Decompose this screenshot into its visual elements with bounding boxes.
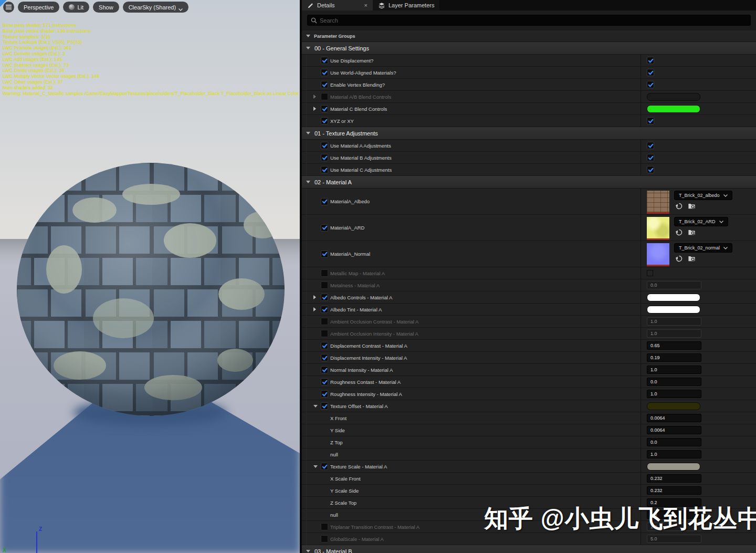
- tab-close-icon[interactable]: ×: [364, 3, 368, 8]
- value-field[interactable]: 0.0064: [647, 426, 701, 434]
- expander-arrow[interactable]: [313, 405, 318, 408]
- value-field[interactable]: 0.0064: [647, 414, 701, 422]
- color-swatch[interactable]: [647, 402, 700, 410]
- browse-to-asset-button[interactable]: [688, 228, 696, 236]
- row-checkbox[interactable]: [321, 154, 328, 161]
- row-checkbox[interactable]: [647, 142, 654, 149]
- viewport-button-clearsky-shared-[interactable]: ClearSky (Shared): [123, 2, 188, 13]
- row-checkbox[interactable]: [321, 523, 328, 530]
- row-checkbox[interactable]: [321, 269, 328, 277]
- use-selected-asset-icon[interactable]: [675, 228, 683, 236]
- value-field[interactable]: 0.19: [647, 353, 701, 362]
- viewport-button-perspective[interactable]: Perspective: [18, 2, 59, 13]
- row-checkbox[interactable]: [321, 318, 328, 325]
- param-row: X Front0.0064: [302, 412, 756, 424]
- row-checkbox[interactable]: [647, 117, 654, 124]
- row-checkbox[interactable]: [321, 366, 328, 373]
- row-checkbox[interactable]: [647, 69, 654, 76]
- param-row-value: 0.232: [640, 485, 756, 496]
- value-field[interactable]: 5.0: [647, 535, 701, 543]
- search-box[interactable]: [307, 15, 751, 26]
- row-checkbox[interactable]: [321, 390, 328, 398]
- texture-thumbnail[interactable]: [647, 243, 669, 266]
- row-checkbox[interactable]: [321, 402, 328, 410]
- value-field[interactable]: 1.0: [647, 329, 701, 338]
- texture-thumbnail[interactable]: [647, 217, 669, 240]
- color-swatch[interactable]: [647, 105, 700, 113]
- viewport-3d[interactable]: PerspectiveLitShowClearSky (Shared) Base…: [0, 0, 300, 553]
- use-selected-asset-button[interactable]: [675, 202, 683, 210]
- value-field[interactable]: 0.0: [647, 438, 701, 446]
- section-header-00-general-settings[interactable]: 00 - General Settings: [302, 42, 756, 55]
- texture-asset-dropdown[interactable]: T_Brick_02_albedo: [674, 191, 732, 200]
- texture-asset-dropdown[interactable]: T_Brick_02_normal: [674, 243, 732, 253]
- color-swatch[interactable]: [647, 463, 700, 471]
- color-swatch[interactable]: [647, 270, 653, 276]
- expander-arrow[interactable]: [313, 107, 316, 111]
- row-checkbox[interactable]: [647, 166, 654, 173]
- row-checkbox[interactable]: [321, 105, 328, 112]
- row-checkbox[interactable]: [647, 154, 654, 161]
- search-input[interactable]: [320, 17, 747, 24]
- viewport-menu-button[interactable]: [3, 2, 14, 13]
- tab-layer-parameters[interactable]: Layer Parameters: [373, 0, 439, 11]
- browse-to-asset-icon[interactable]: [688, 202, 696, 210]
- row-checkbox[interactable]: [321, 81, 328, 88]
- row-checkbox[interactable]: [321, 224, 328, 232]
- value-field[interactable]: 0.65: [647, 341, 701, 350]
- parameter-groups-header[interactable]: Parameter Groups: [302, 30, 756, 42]
- row-checkbox[interactable]: [647, 81, 654, 88]
- row-checkbox[interactable]: [321, 330, 328, 337]
- row-checkbox[interactable]: [321, 142, 328, 149]
- section-header-02-material-a[interactable]: 02 - Material A: [302, 176, 756, 189]
- row-checkbox[interactable]: [321, 117, 328, 124]
- row-checkbox[interactable]: [647, 57, 654, 64]
- value-field[interactable]: 0.0: [647, 281, 701, 289]
- use-selected-asset-icon[interactable]: [675, 255, 683, 263]
- row-checkbox[interactable]: [321, 535, 328, 542]
- row-checkbox[interactable]: [321, 93, 328, 100]
- row-checkbox[interactable]: [321, 251, 328, 258]
- use-selected-asset-button[interactable]: [675, 255, 683, 263]
- value-field[interactable]: 1.0: [647, 366, 701, 374]
- value-field[interactable]: 1.0: [647, 450, 701, 458]
- value-field[interactable]: 1.0: [647, 317, 701, 326]
- row-checkbox[interactable]: [321, 354, 328, 361]
- expander-arrow[interactable]: [313, 295, 316, 299]
- color-swatch[interactable]: [647, 294, 700, 301]
- row-checkbox[interactable]: [321, 69, 328, 76]
- color-swatch[interactable]: [647, 93, 700, 101]
- value-field[interactable]: 0.232: [647, 486, 701, 495]
- row-checkbox[interactable]: [321, 57, 328, 64]
- texture-value: T_Brick_02_albedo: [647, 189, 732, 214]
- color-swatch[interactable]: [647, 306, 700, 314]
- param-row-value: 1.0: [640, 364, 756, 375]
- row-checkbox[interactable]: [321, 198, 328, 205]
- row-checkbox[interactable]: [321, 281, 328, 289]
- browse-to-asset-icon[interactable]: [688, 255, 696, 263]
- browse-to-asset-button[interactable]: [688, 255, 696, 263]
- section-header-01-texture-adjustments[interactable]: 01 - Texture Adjustments: [302, 127, 756, 140]
- row-checkbox[interactable]: [321, 166, 328, 173]
- viewport-button-show[interactable]: Show: [93, 2, 119, 13]
- browse-to-asset-button[interactable]: [688, 202, 696, 210]
- value-field[interactable]: 1.0: [647, 390, 701, 398]
- viewport-button-lit[interactable]: Lit: [63, 2, 89, 13]
- expander-arrow[interactable]: [313, 95, 316, 99]
- row-checkbox[interactable]: [321, 378, 328, 385]
- value-field[interactable]: 0.232: [647, 474, 701, 483]
- browse-to-asset-icon[interactable]: [688, 228, 696, 236]
- row-checkbox[interactable]: [321, 342, 328, 349]
- row-checkbox[interactable]: [321, 463, 328, 470]
- expander-arrow[interactable]: [313, 307, 316, 311]
- value-field[interactable]: 0.0: [647, 378, 701, 386]
- section-header-03-material-b[interactable]: 03 - Material B: [302, 545, 756, 553]
- use-selected-asset-icon[interactable]: [675, 202, 683, 210]
- expander-arrow[interactable]: [313, 465, 318, 468]
- row-checkbox[interactable]: [321, 294, 328, 301]
- tab-details[interactable]: Details×: [302, 0, 373, 11]
- use-selected-asset-button[interactable]: [675, 228, 683, 236]
- row-checkbox[interactable]: [321, 306, 328, 313]
- texture-asset-dropdown[interactable]: T_Brick_02_ARD: [674, 217, 728, 226]
- texture-thumbnail[interactable]: [647, 191, 669, 214]
